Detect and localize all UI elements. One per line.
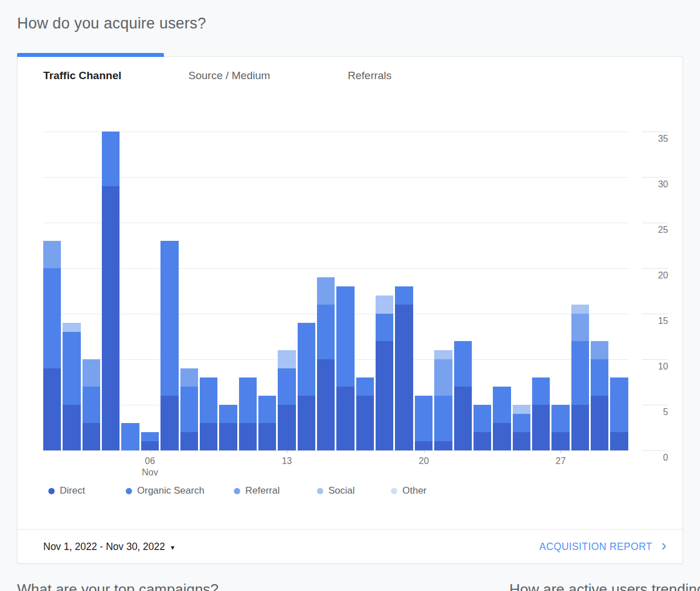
bar-segment-organic-search xyxy=(356,377,374,396)
tab-source-medium[interactable]: Source / Medium xyxy=(188,69,270,82)
bar-nov-26[interactable] xyxy=(532,377,550,450)
bar-segment-direct xyxy=(336,387,354,450)
bar-segment-direct xyxy=(551,432,569,450)
bar-segment-organic-search xyxy=(551,405,569,432)
bar-nov-25[interactable] xyxy=(513,405,530,450)
legend-item-referral: Referral xyxy=(234,485,279,496)
y-axis-label-35: 35 xyxy=(642,134,668,144)
bar-segment-organic-search xyxy=(278,368,295,405)
bar-nov-10[interactable] xyxy=(219,405,237,450)
acquisition-report-link[interactable]: ACQUISITION REPORT › xyxy=(540,541,666,553)
bar-segment-organic-search xyxy=(376,314,393,341)
bar-nov-16[interactable] xyxy=(336,286,354,450)
bar-nov-9[interactable] xyxy=(200,377,217,450)
bar-segment-organic-search xyxy=(141,432,159,441)
legend-item-direct: Direct xyxy=(48,485,85,496)
bar-nov-27[interactable] xyxy=(551,405,569,450)
x-axis-label-06: 06Nov xyxy=(133,455,167,478)
bar-segment-direct xyxy=(493,423,510,450)
bar-nov-7[interactable] xyxy=(160,241,178,450)
bar-segment-organic-search xyxy=(121,423,139,450)
date-range-selector[interactable]: Nov 1, 2022 - Nov 30, 2022 ▾ xyxy=(43,541,175,553)
legend-dot-icon xyxy=(391,488,397,494)
bar-segment-direct xyxy=(591,396,608,450)
x-axis-tick-06 xyxy=(150,450,151,453)
bar-segment-direct xyxy=(200,423,217,450)
bar-segment-direct xyxy=(298,396,315,450)
bar-nov-13[interactable] xyxy=(278,350,295,450)
bar-nov-21[interactable] xyxy=(434,350,452,450)
bar-segment-organic-search xyxy=(258,396,276,423)
bar-segment-organic-search xyxy=(239,377,257,423)
bar-nov-24[interactable] xyxy=(493,387,510,450)
bar-nov-18[interactable] xyxy=(376,296,393,450)
bar-nov-23[interactable] xyxy=(473,405,491,450)
bar-segment-organic-search xyxy=(571,341,589,405)
bar-nov-30[interactable] xyxy=(610,377,628,450)
legend-label: Referral xyxy=(245,485,279,496)
legend-dot-icon xyxy=(126,488,132,494)
bar-segment-referral xyxy=(43,241,61,268)
bar-segment-direct xyxy=(102,186,120,450)
x-axis-label-13: 13 xyxy=(270,455,304,467)
bars-container xyxy=(43,132,628,450)
bar-nov-22[interactable] xyxy=(454,341,472,450)
bar-segment-referral xyxy=(83,359,100,387)
bar-segment-organic-search xyxy=(63,332,80,405)
tab-referrals[interactable]: Referrals xyxy=(348,69,392,82)
bar-nov-11[interactable] xyxy=(239,377,257,450)
bar-segment-social xyxy=(63,323,80,332)
bar-nov-17[interactable] xyxy=(356,377,374,450)
bar-segment-organic-search xyxy=(513,414,530,432)
bar-segment-organic-search xyxy=(415,396,433,441)
y-axis-segment-0 xyxy=(642,450,668,451)
y-axis-label-0: 0 xyxy=(642,453,668,463)
x-axis-label-20: 20 xyxy=(407,455,441,467)
bar-nov-8[interactable] xyxy=(180,368,198,450)
bar-segment-direct xyxy=(356,396,374,450)
bar-segment-referral xyxy=(571,314,589,341)
legend-item-social: Social xyxy=(317,485,355,496)
bar-segment-social xyxy=(434,350,452,359)
stacked-bar-chart: 0510152025303506Nov132027 xyxy=(43,132,628,450)
bar-segment-direct xyxy=(63,405,80,450)
bar-segment-social xyxy=(513,405,530,414)
bar-segment-organic-search xyxy=(454,341,472,387)
y-axis-segment-30 xyxy=(642,177,668,178)
bar-segment-direct xyxy=(571,405,589,450)
x-axis-label-27: 27 xyxy=(543,455,578,467)
bar-segment-direct xyxy=(532,405,550,450)
bar-nov-29[interactable] xyxy=(591,341,608,450)
y-axis-label-30: 30 xyxy=(642,179,668,190)
y-axis-segment-15 xyxy=(642,314,668,314)
tab-traffic-channel[interactable]: Traffic Channel xyxy=(43,69,121,82)
bar-segment-direct xyxy=(278,405,295,450)
bar-segment-social xyxy=(376,296,393,314)
bar-segment-organic-search xyxy=(83,387,100,423)
y-axis-label-15: 15 xyxy=(642,316,668,326)
bar-nov-6[interactable] xyxy=(141,432,159,450)
bar-nov-20[interactable] xyxy=(415,396,433,450)
bar-nov-28[interactable] xyxy=(571,305,589,450)
bar-nov-1[interactable] xyxy=(43,241,61,450)
bar-segment-organic-search xyxy=(610,377,628,432)
bar-nov-14[interactable] xyxy=(298,323,315,450)
legend-dot-icon xyxy=(48,488,55,494)
bar-nov-19[interactable] xyxy=(395,286,413,450)
bar-nov-5[interactable] xyxy=(121,423,139,450)
bar-nov-2[interactable] xyxy=(63,323,80,450)
bar-segment-direct xyxy=(513,432,530,450)
bar-segment-referral xyxy=(591,341,608,359)
bar-nov-15[interactable] xyxy=(317,277,335,450)
bar-nov-12[interactable] xyxy=(258,396,276,450)
bar-nov-4[interactable] xyxy=(102,132,120,450)
bar-segment-organic-search xyxy=(219,405,237,423)
bar-segment-organic-search xyxy=(298,323,315,396)
date-range-label: Nov 1, 2022 - Nov 30, 2022 xyxy=(43,541,165,553)
bar-segment-direct xyxy=(219,423,237,450)
card-tabs: Traffic Channel Source / Medium Referral… xyxy=(18,69,682,90)
bar-nov-3[interactable] xyxy=(83,359,100,450)
bar-segment-organic-search xyxy=(102,132,120,186)
page-title: How do you acquire users? xyxy=(17,15,206,32)
y-axis-label-5: 5 xyxy=(642,407,668,417)
